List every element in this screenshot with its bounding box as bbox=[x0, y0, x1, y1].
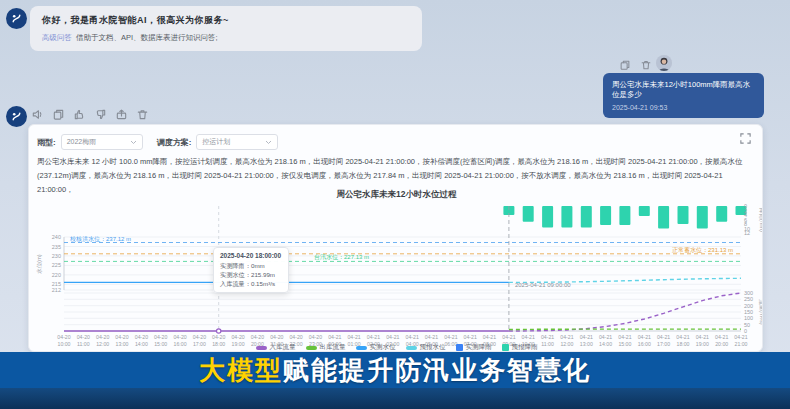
svg-text:04-20: 04-20 bbox=[135, 334, 148, 340]
plan-select[interactable]: 控运计划 bbox=[196, 134, 278, 150]
svg-text:04-21: 04-21 bbox=[464, 334, 477, 340]
svg-text:50: 50 bbox=[744, 322, 750, 328]
svg-text:04-20: 04-20 bbox=[270, 334, 283, 340]
svg-text:04-21: 04-21 bbox=[386, 334, 399, 340]
delete-response-button[interactable] bbox=[135, 107, 150, 122]
thumb-up-button[interactable] bbox=[72, 107, 87, 122]
legend-item[interactable]: 预报水位 bbox=[406, 343, 446, 352]
svg-text:正常蓄水位：231.13 m: 正常蓄水位：231.13 m bbox=[672, 247, 733, 253]
tooltip-row: 实测降雨：0mm bbox=[220, 261, 282, 270]
svg-text:校核洪水位：237.12 m: 校核洪水位：237.12 m bbox=[69, 236, 131, 242]
svg-text:04-20: 04-20 bbox=[289, 334, 302, 340]
read-aloud-button[interactable] bbox=[30, 107, 45, 122]
chevron-down-icon bbox=[265, 140, 272, 145]
rain-type-select[interactable]: 2022梅雨 bbox=[61, 134, 143, 150]
ai-avatar bbox=[6, 8, 27, 29]
thumb-up-icon bbox=[73, 108, 86, 121]
svg-text:04-21: 04-21 bbox=[676, 334, 689, 340]
user-message-text: 周公宅水库未来12小时100mm降雨最高水位是多少 bbox=[612, 80, 755, 100]
svg-text:04-20: 04-20 bbox=[96, 334, 109, 340]
svg-text:04-21: 04-21 bbox=[502, 334, 515, 340]
ai-logo-icon bbox=[10, 110, 23, 123]
svg-text:150: 150 bbox=[744, 309, 753, 315]
svg-text:04-21: 04-21 bbox=[425, 334, 438, 340]
ai-logo-icon bbox=[10, 12, 23, 25]
chart-legend: 入库流量出库流量实测水位预报水位实测降雨预报降雨 bbox=[29, 343, 763, 352]
legend-item[interactable]: 预报降雨 bbox=[502, 343, 538, 352]
legend-item[interactable]: 入库流量 bbox=[256, 343, 296, 352]
ai-greeting-subtitle: 高级问答借助于文档、API、数据库表进行知识问答; bbox=[42, 33, 410, 43]
filter-bar: 雨型: 2022梅雨 调度方案: 控运计划 bbox=[37, 133, 292, 151]
chevron-down-icon bbox=[130, 140, 137, 145]
user-message-bubble: 周公宅水库未来12小时100mm降雨最高水位是多少 2025-04-21 09:… bbox=[603, 73, 764, 118]
user-message-time: 2025-04-21 09:53 bbox=[612, 104, 755, 111]
svg-text:降雨(mm): 降雨(mm) bbox=[759, 208, 763, 232]
trash-icon bbox=[136, 108, 149, 121]
user-message-toolbar bbox=[617, 57, 653, 72]
ai-greeting-title: 你好，我是甬水院智能AI，很高兴为你服务~ bbox=[42, 14, 410, 27]
svg-text:230: 230 bbox=[52, 253, 61, 259]
svg-text:04-21: 04-21 bbox=[328, 334, 341, 340]
svg-text:04-21: 04-21 bbox=[483, 334, 496, 340]
svg-text:04-20: 04-20 bbox=[173, 334, 186, 340]
fullscreen-button[interactable] bbox=[739, 132, 752, 145]
export-icon bbox=[115, 108, 128, 121]
tooltip-time: 2025-04-20 18:00:00 bbox=[220, 252, 282, 259]
svg-text:04-21: 04-21 bbox=[599, 334, 612, 340]
svg-text:04-20: 04-20 bbox=[231, 334, 244, 340]
tooltip-row: 入库流量：0.15m³/s bbox=[220, 279, 282, 288]
svg-text:04-20: 04-20 bbox=[57, 334, 70, 340]
svg-text:04-21: 04-21 bbox=[560, 334, 573, 340]
svg-text:04-21: 04-21 bbox=[618, 334, 631, 340]
svg-text:240: 240 bbox=[52, 234, 61, 240]
user-photo bbox=[656, 55, 672, 71]
svg-text:200: 200 bbox=[744, 303, 753, 309]
banner-title: 大模型赋能提升防汛业务智慧化 bbox=[199, 353, 591, 388]
ai-greeting-bubble: 你好，我是甬水院智能AI，很高兴为你服务~ 高级问答借助于文档、API、数据库表… bbox=[30, 6, 422, 51]
svg-text:04-21: 04-21 bbox=[638, 334, 651, 340]
advanced-qa-tag: 高级问答 bbox=[42, 33, 72, 42]
svg-text:04-21: 04-21 bbox=[406, 334, 419, 340]
svg-text:300: 300 bbox=[744, 290, 753, 296]
copy-response-button[interactable] bbox=[51, 107, 66, 122]
export-button[interactable] bbox=[114, 107, 129, 122]
svg-text:04-21: 04-21 bbox=[580, 334, 593, 340]
svg-text:04-21: 04-21 bbox=[657, 334, 670, 340]
svg-text:04-21: 04-21 bbox=[367, 334, 380, 340]
copy-message-button[interactable] bbox=[617, 57, 632, 72]
svg-text:220: 220 bbox=[52, 272, 61, 278]
svg-text:水位(m): 水位(m) bbox=[36, 254, 42, 273]
rain-type-label: 雨型: bbox=[37, 137, 56, 148]
slide-banner: 大模型赋能提升防汛业务智慧化 bbox=[0, 352, 790, 388]
tooltip-row: 实测水位：215.99m bbox=[220, 270, 282, 279]
plan-label: 调度方案: bbox=[157, 137, 192, 148]
svg-text:04-20: 04-20 bbox=[154, 334, 167, 340]
svg-text:04-20: 04-20 bbox=[309, 334, 322, 340]
legend-item[interactable]: 出库流量 bbox=[306, 343, 346, 352]
svg-text:04-20: 04-20 bbox=[251, 334, 264, 340]
svg-text:235: 235 bbox=[52, 244, 61, 250]
water-level-chart[interactable]: 校核洪水位：237.12 m正常蓄水位：231.13 m台汛水位：227.13 … bbox=[29, 197, 763, 352]
thumb-down-button[interactable] bbox=[93, 107, 108, 122]
svg-text:04-20: 04-20 bbox=[77, 334, 90, 340]
legend-item[interactable]: 实测水位 bbox=[356, 343, 396, 352]
user-avatar bbox=[656, 55, 672, 71]
svg-text:04-21: 04-21 bbox=[541, 334, 554, 340]
ai-avatar bbox=[6, 106, 27, 127]
svg-text:台汛水位：227.13 m: 台汛水位：227.13 m bbox=[314, 253, 369, 261]
copy-icon bbox=[52, 108, 65, 121]
sound-icon bbox=[31, 108, 44, 121]
svg-text:04-21: 04-21 bbox=[347, 334, 360, 340]
svg-text:04-21: 04-21 bbox=[696, 334, 709, 340]
svg-text:12: 12 bbox=[744, 230, 750, 236]
footer-strip bbox=[0, 388, 790, 409]
result-panel: 雨型: 2022梅雨 调度方案: 控运计划 周公宅水库未来 12 小时 100.… bbox=[28, 124, 763, 352]
app-window: 你好，我是甬水院智能AI，很高兴为你服务~ 高级问答借助于文档、API、数据库表… bbox=[0, 0, 790, 409]
svg-text:04-21: 04-21 bbox=[715, 334, 728, 340]
svg-text:04-20: 04-20 bbox=[212, 334, 225, 340]
svg-text:04-21: 04-21 bbox=[734, 334, 747, 340]
trash-icon bbox=[640, 59, 652, 71]
svg-text:流量(m³/s): 流量(m³/s) bbox=[758, 299, 763, 325]
legend-item[interactable]: 实测降雨 bbox=[456, 343, 492, 352]
delete-message-button[interactable] bbox=[638, 57, 653, 72]
